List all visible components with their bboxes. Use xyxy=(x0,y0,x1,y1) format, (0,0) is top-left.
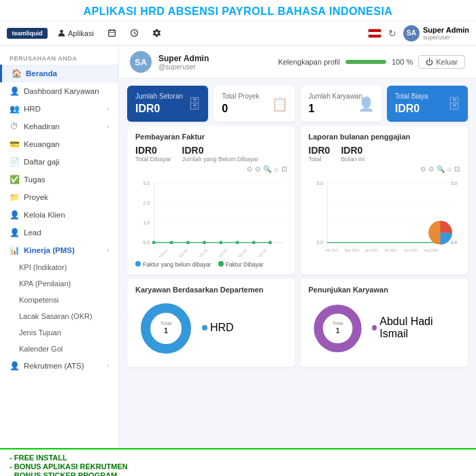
footer-item-2: - BONUS STICKER PROGRAM xyxy=(10,471,466,476)
sidebar: PERUSAHAAN ANDA 🏠 Beranda 👤 Dashboard Ka… xyxy=(0,46,119,448)
svg-text:2021-04: 2021-04 xyxy=(216,248,228,257)
refresh-icon[interactable]: ↻ xyxy=(388,28,396,39)
sidebar-item-proyek[interactable]: 📁 Proyek xyxy=(0,188,118,206)
main-content: SA Super Admin @superuser Kelengkapan pr… xyxy=(119,46,476,448)
chart-laporan-title: Laporan bulanan penggajian xyxy=(309,133,460,141)
chart-faktur-svg: 5.0 2.0 1.0 0.0 xyxy=(135,175,287,260)
chart-laporan-total: IDR0 Total xyxy=(309,145,330,163)
nav-gear[interactable] xyxy=(148,27,165,39)
sidebar-item-dashboard-karyawan[interactable]: 👤 Dashboard Karyawan xyxy=(0,82,118,100)
svg-text:1: 1 xyxy=(335,327,339,335)
sidebar-item-beranda[interactable]: 🏠 Beranda xyxy=(0,65,118,82)
toolbar-home[interactable]: ⌂ xyxy=(274,165,278,173)
lead-icon: 👤 xyxy=(10,228,19,237)
footer-strip: - FREE INSTALL - BONUS APLIKASI REKRUTME… xyxy=(0,448,476,476)
database-icon: 🗄 xyxy=(188,96,201,112)
profile-sub: @superuser xyxy=(158,63,209,71)
svg-point-26 xyxy=(170,241,173,244)
sidebar-item-okr[interactable]: Lacak Sasaran (OKR) xyxy=(0,308,118,324)
svg-point-32 xyxy=(269,241,272,244)
main-layout: PERUSAHAAN ANDA 🏠 Beranda 👤 Dashboard Ka… xyxy=(0,46,476,448)
toolbar-icon-2[interactable]: ⊙ xyxy=(255,165,260,173)
chevron-right-icon: › xyxy=(107,123,109,130)
donut-emp-title: Penunjukan Karyawan xyxy=(309,286,460,294)
logout-button[interactable]: ⏻ Keluar xyxy=(418,55,465,69)
stat-card-setoran: Jumlah Setoran IDR0 🗄 xyxy=(127,86,208,122)
logo[interactable]: teamliquid xyxy=(7,28,48,39)
group-icon: 👥 xyxy=(10,104,19,114)
svg-point-30 xyxy=(236,241,239,244)
svg-text:0.0: 0.0 xyxy=(450,240,457,245)
svg-text:Total: Total xyxy=(160,320,172,326)
toolbar-expand[interactable]: ⊡ xyxy=(282,165,287,173)
sidebar-item-daftar-gaji[interactable]: 📄 Daftar gaji xyxy=(0,153,118,171)
donut-card-departemen: Karyawan Berdasarkan Departemen Total 1 … xyxy=(127,279,295,367)
footer-item-0: - FREE INSTALL xyxy=(10,454,466,462)
svg-point-27 xyxy=(186,241,190,244)
user-avatar: SA xyxy=(403,25,420,41)
progress-bar-fill xyxy=(345,60,386,64)
legend-dot-hrd xyxy=(202,325,207,330)
user-name: Super Admin xyxy=(423,26,469,34)
stat-card-karyawan: Jumlah Karyawan 1 👤 xyxy=(301,86,381,122)
svg-text:5.0: 5.0 xyxy=(143,181,150,186)
sidebar-item-kalender-gol[interactable]: Kalender Gol xyxy=(0,341,118,357)
sidebar-item-kpi[interactable]: KPI (Indikator) xyxy=(0,259,118,275)
nav-clock[interactable] xyxy=(126,27,143,39)
toolbar-icon-1[interactable]: ⊙ xyxy=(420,165,426,173)
chart-laporan-bulan: IDR0 Bulan ini xyxy=(341,145,364,163)
donut-emp-chart: Total 1 xyxy=(309,298,367,359)
svg-text:0.0: 0.0 xyxy=(316,240,323,245)
chart-faktur-toolbar: ⊙ ⊙ 🔍 ⌂ ⊡ xyxy=(135,165,287,173)
power-icon: ⏻ xyxy=(426,58,433,66)
toolbar-icon-1[interactable]: ⊙ xyxy=(247,165,252,173)
nav-person[interactable]: Aplikasi xyxy=(53,27,98,39)
stats-row: Jumlah Setoran IDR0 🗄 Total Proyek 0 📋 J… xyxy=(119,79,476,126)
clock-icon: ⏱ xyxy=(10,122,19,131)
toolbar-expand[interactable]: ⊡ xyxy=(454,165,460,173)
donut-card-penunjukan: Penunjukan Karyawan Total 1 Abdul Hadi I… xyxy=(301,279,469,367)
chevron-right-icon: › xyxy=(107,247,109,254)
charts-row: Pembayaran Faktur IDR0 Total Dibayar IDR… xyxy=(119,126,476,279)
svg-text:2021-05: 2021-05 xyxy=(196,248,208,257)
chart-laporan-toolbar: ⊙ ⊙ 🔍 ⌂ ⊡ xyxy=(309,165,460,173)
nav-calendar[interactable] xyxy=(103,27,120,39)
sidebar-item-lead[interactable]: 👤 Lead xyxy=(0,224,118,241)
sidebar-item-keuangan[interactable]: 💳 Keuangan xyxy=(0,135,118,153)
svg-text:1: 1 xyxy=(164,326,168,335)
toolbar-search[interactable]: 🔍 xyxy=(263,165,271,173)
sidebar-item-rekrutmen[interactable]: 👤 Rekrutmen (ATS) › xyxy=(0,357,118,375)
svg-text:2021-03: 2021-03 xyxy=(235,248,248,257)
toolbar-home[interactable]: ⌂ xyxy=(447,165,452,173)
svg-text:2021-07: 2021-07 xyxy=(156,248,169,257)
user-info: SA Super Admin superuser xyxy=(403,25,469,41)
sidebar-item-tugas[interactable]: ✅ Tugas xyxy=(0,171,118,188)
svg-text:5.0: 5.0 xyxy=(450,181,457,186)
sidebar-item-kompetensi[interactable]: Kompetensi xyxy=(0,292,118,308)
sidebar-item-kinerja[interactable]: 📊 Kinerja (PMS) › xyxy=(0,241,118,259)
svg-point-28 xyxy=(203,241,206,244)
svg-text:5.0: 5.0 xyxy=(316,181,323,186)
main-title: APLIKASI HRD ABSENSI PAYROLL BAHASA INDO… xyxy=(8,5,468,18)
sidebar-item-kpa[interactable]: KPA (Penilaian) xyxy=(0,275,118,292)
money-icon: 🗄 xyxy=(447,96,461,112)
svg-text:0.0: 0.0 xyxy=(143,240,150,245)
flag-indonesia xyxy=(368,29,381,38)
sidebar-item-kehadiran[interactable]: ⏱ Kehadiran › xyxy=(0,118,118,135)
sidebar-item-kelola-klien[interactable]: 👤 Kelola Klien xyxy=(0,206,118,224)
svg-point-29 xyxy=(219,241,222,244)
toolbar-icon-2[interactable]: ⊙ xyxy=(428,165,434,173)
progress-bar xyxy=(345,60,386,64)
svg-text:2021-06: 2021-06 xyxy=(176,248,188,257)
footer-item-1: - BONUS APLIKASI REKRUTMEN xyxy=(10,462,466,471)
svg-rect-1 xyxy=(109,30,116,36)
profile-bar: SA Super Admin @superuser Kelengkapan pr… xyxy=(119,46,476,79)
donut-dept-chart: Total 1 xyxy=(135,298,197,359)
stat-card-proyek: Total Proyek 0 📋 xyxy=(214,86,294,122)
sidebar-item-hrd[interactable]: 👥 HRD › xyxy=(0,100,118,118)
sidebar-item-jenis-tujuan[interactable]: Jenis Tujuan xyxy=(0,324,118,341)
toolbar-search[interactable]: 🔍 xyxy=(437,165,445,173)
person-stat-icon: 👤 xyxy=(358,96,375,112)
svg-line-7 xyxy=(134,33,135,35)
chart-faktur-belum: IDR0 Jumlah yang Belum Dibayar xyxy=(182,145,259,163)
